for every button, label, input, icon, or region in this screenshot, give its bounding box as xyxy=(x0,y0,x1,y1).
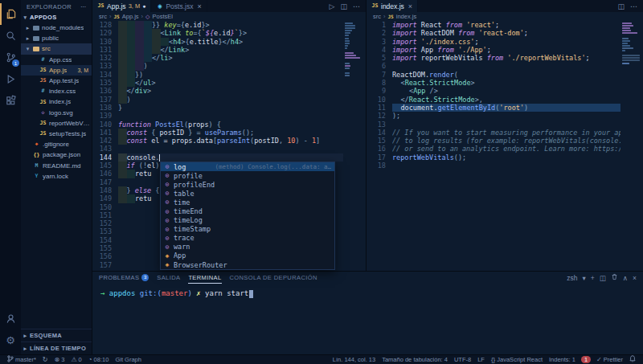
status-item-JavaScript React[interactable]: {}JavaScript React xyxy=(488,355,546,364)
tab-close-icon[interactable]: × xyxy=(408,2,412,10)
status-item-UTF-8[interactable]: UTF-8 xyxy=(451,355,474,364)
tree-item-setupTests.js[interactable]: JSsetupTests.js xyxy=(21,129,92,139)
tree-item-README.md[interactable]: MREADME.md xyxy=(21,160,92,170)
suggestion-label: profileEnd xyxy=(174,181,215,189)
panel-tab-PROBLEMAS[interactable]: PROBLEMAS3 xyxy=(99,272,149,284)
tree-item-index.js[interactable]: JSindex.js xyxy=(21,96,92,107)
tree-item-App.js[interactable]: JSApp.js3, M xyxy=(21,65,92,76)
suggestion-timeEnd[interactable]: ⊙timeEnd xyxy=(161,207,334,215)
file-label: index.js xyxy=(49,98,71,105)
suggestion-log[interactable]: ⊙log(method) Console.log(...data: a… xyxy=(161,162,334,171)
suggestion-warn[interactable]: ⊙warn xyxy=(161,243,334,252)
extensions-icon[interactable] xyxy=(0,90,21,112)
source-control-icon[interactable]: 1 xyxy=(0,47,21,68)
suggestion-time[interactable]: ⊙time xyxy=(161,198,334,207)
panel-tab-TERMINAL[interactable]: TERMINAL xyxy=(188,272,221,284)
minimap[interactable] xyxy=(345,22,364,97)
panel-tab-CONSOLA DE DEPURACIÓN[interactable]: CONSOLA DE DEPURACIÓN xyxy=(230,272,317,284)
file-label: README.md xyxy=(43,162,81,170)
code-line: }} key={e.id}> xyxy=(118,21,343,29)
line-number: 153 xyxy=(92,227,112,235)
status-item-sync[interactable]: ↻ xyxy=(39,355,51,364)
status-item-1[interactable]: 1 xyxy=(581,356,591,363)
suggestion-detail: (method) Console.log(...data: a… xyxy=(215,163,332,170)
tab-index.js[interactable]: JSindex.js× xyxy=(367,0,418,12)
tree-item-index.css[interactable]: #index.css xyxy=(21,86,92,96)
status-item-Tamaño de tabulación: 4[interactable]: Tamaño de tabulación: 4 xyxy=(379,355,451,364)
method-kind-icon: ⊙ xyxy=(164,172,170,179)
line-number: 138 xyxy=(92,104,112,112)
tab-close-icon[interactable]: × xyxy=(197,2,201,10)
code-line: </div> xyxy=(118,87,343,95)
status-item-Prettier[interactable]: ✓Prettier xyxy=(593,355,626,364)
close-panel-icon[interactable]: × xyxy=(633,274,637,282)
suggestion-timeStamp[interactable]: ⊙timeStamp xyxy=(161,225,334,234)
status-item-master*[interactable]: master* xyxy=(4,355,39,364)
line-number: 5 xyxy=(367,54,386,62)
tree-item-public[interactable]: ▸public xyxy=(21,33,92,43)
suggestion-profile[interactable]: ⊙profile xyxy=(161,171,334,180)
status-item-LF[interactable]: LF xyxy=(474,355,488,364)
suggestion-BrowserRouter[interactable]: ◈BrowserRouter xyxy=(161,260,334,269)
outline-section[interactable]: ▸ ESQUEMA xyxy=(21,329,92,342)
breadcrumb: src › JS App.js › ◇ PostsEl xyxy=(92,12,366,21)
code-line: ReactDOM.render( xyxy=(392,71,620,79)
status-item-0[interactable]: ⚠0 xyxy=(68,355,84,364)
tree-item-logo.svg[interactable]: ◇logo.svg xyxy=(21,108,92,118)
suggestion-timeLog[interactable]: ⊙timeLog xyxy=(161,216,334,225)
panel-tab-SALIDA[interactable]: SALIDA xyxy=(157,272,180,284)
tree-item-src[interactable]: ▾src xyxy=(21,43,92,54)
suggestion-table[interactable]: ⊙table xyxy=(161,189,334,198)
tab-Posts.jsx[interactable]: ◉Posts.jsx× xyxy=(151,0,207,12)
tree-item-node_modules[interactable]: ▸node_modules xyxy=(21,22,92,33)
status-item-Indents: 1[interactable]: Indents: 1 xyxy=(546,355,579,364)
tree-item-App.test.js[interactable]: JSApp.test.js xyxy=(21,76,92,86)
maximize-panel-icon[interactable]: ∧ xyxy=(623,274,628,282)
tree-item-package.json[interactable]: {}package.json xyxy=(21,149,92,160)
suggestion-label: timeLog xyxy=(174,216,203,224)
class-kind-icon: ◈ xyxy=(164,252,170,260)
run-icon[interactable]: ▷ xyxy=(330,2,335,10)
tree-item-yarn.lock[interactable]: Yyarn.lock xyxy=(21,171,92,182)
workspace-section-header[interactable]: ▾ APPDOS xyxy=(21,12,92,22)
new-terminal-icon[interactable]: + xyxy=(591,274,595,282)
chevron-right-icon: ▸ xyxy=(25,25,31,31)
line-number: 18 xyxy=(367,162,386,170)
shell-selector[interactable]: zsh xyxy=(567,274,577,282)
tab-label: index.js xyxy=(381,2,404,10)
check-icon: ✓ xyxy=(596,357,602,363)
tree-item-App.css[interactable]: #App.css xyxy=(21,55,92,65)
line-number: 134 xyxy=(92,71,112,79)
minimap[interactable] xyxy=(622,22,641,67)
status-item-08:10[interactable]: ◔08:10 xyxy=(85,355,113,364)
shell-dropdown-icon[interactable]: ▾ xyxy=(583,274,586,282)
split-editor-icon[interactable]: ◫ xyxy=(340,2,347,10)
account-icon[interactable] xyxy=(0,308,21,329)
explorer-icon[interactable] xyxy=(0,3,21,25)
suggestion-App[interactable]: ◈App xyxy=(161,252,334,260)
status-item-bell[interactable] xyxy=(626,355,639,364)
kill-terminal-icon[interactable] xyxy=(611,273,618,282)
split-editor-icon[interactable]: ◫ xyxy=(617,2,625,10)
sidebar-more-actions-icon[interactable]: ⋯ xyxy=(80,3,87,10)
split-terminal-icon[interactable]: ◫ xyxy=(600,274,606,282)
timeline-section[interactable]: ▸ LÍNEA DE TIEMPO xyxy=(21,342,92,354)
tree-item-.gitignore[interactable]: ◆.gitignore xyxy=(21,139,92,149)
status-item-Lín. 144, col. 13[interactable]: Lín. 144, col. 13 xyxy=(330,355,379,364)
search-icon[interactable] xyxy=(0,25,21,47)
run-debug-icon[interactable] xyxy=(0,68,21,90)
more-actions-icon[interactable]: ⋯ xyxy=(630,2,637,10)
line-number: 129 xyxy=(92,29,112,37)
tab-App.js[interactable]: JSApp.js3, M● xyxy=(92,0,151,12)
status-item-3[interactable]: ⊗3 xyxy=(51,355,68,364)
code-editor-indexjs[interactable]: 123456789101112131415161718 import React… xyxy=(367,21,643,271)
suggestion-trace[interactable]: ⊙trace xyxy=(161,234,334,243)
js-file-icon: JS xyxy=(97,3,104,9)
method-kind-icon: ⊙ xyxy=(164,208,170,215)
status-item-Git Graph[interactable]: Git Graph xyxy=(112,355,145,364)
more-actions-icon[interactable]: ⋯ xyxy=(353,2,360,10)
tree-item-reportWebVitals.js[interactable]: JSreportWebVitals.js xyxy=(21,118,92,129)
sidebar-explorer: EXPLORADOR ⋯ ▾ APPDOS ▸node_modules▸publ… xyxy=(21,0,92,354)
settings-gear-icon[interactable]: ⚙ xyxy=(0,329,21,351)
suggestion-profileEnd[interactable]: ⊙profileEnd xyxy=(161,180,334,189)
